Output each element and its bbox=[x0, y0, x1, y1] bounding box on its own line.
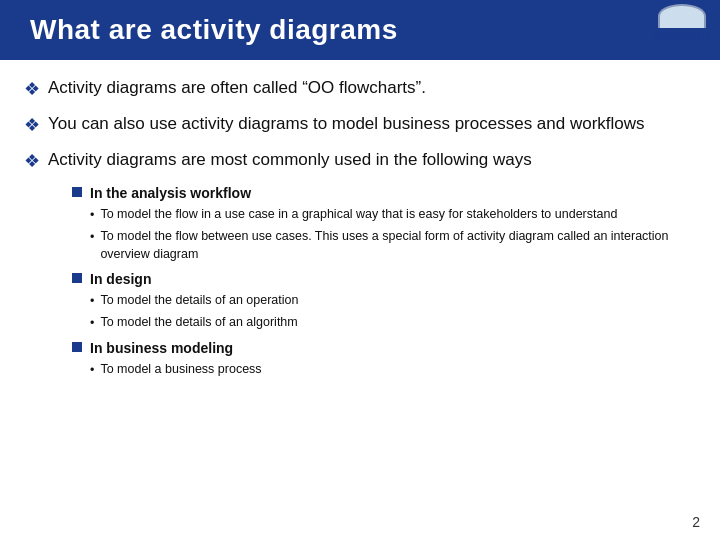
sub-item-text-analysis-1: To model the flow in a use case in a gra… bbox=[100, 205, 692, 223]
sub-item-text-design-1: To model the details of an operation bbox=[100, 291, 692, 309]
sub-item-dot-icon-a1: • bbox=[90, 206, 94, 224]
bullet-text-3: Activity diagrams are most commonly used… bbox=[48, 148, 692, 172]
main-bullet-3: ❖ Activity diagrams are most commonly us… bbox=[24, 148, 692, 174]
sub-item-analysis-1: • To model the flow in a use case in a g… bbox=[90, 205, 692, 224]
sub-label-business: In business modeling bbox=[72, 340, 692, 356]
sub-item-dot-icon-b1: • bbox=[90, 361, 94, 379]
sub-label-text-analysis: In the analysis workflow bbox=[90, 185, 251, 201]
sub-label-text-design: In design bbox=[90, 271, 151, 287]
sub-sections: In the analysis workflow • To model the … bbox=[24, 185, 692, 380]
sub-item-text-business-1: To model a business process bbox=[100, 360, 692, 378]
page-number: 2 bbox=[692, 514, 700, 530]
sub-square-icon-business bbox=[72, 342, 82, 352]
bullet-text-2: You can also use activity diagrams to mo… bbox=[48, 112, 692, 136]
logo-area: SQUARE bbox=[653, 4, 712, 42]
bullet-diamond-icon-1: ❖ bbox=[24, 77, 40, 102]
sub-item-text-design-2: To model the details of an algorithm bbox=[100, 313, 692, 331]
sub-item-dot-icon-d1: • bbox=[90, 292, 94, 310]
main-bullet-1: ❖ Activity diagrams are often called “OO… bbox=[24, 76, 692, 102]
sub-item-design-1: • To model the details of an operation bbox=[90, 291, 692, 310]
sub-label-text-business: In business modeling bbox=[90, 340, 233, 356]
sub-item-dot-icon-d2: • bbox=[90, 314, 94, 332]
sub-section-business: In business modeling • To model a busine… bbox=[72, 340, 692, 379]
logo-circle-icon bbox=[658, 4, 706, 28]
bullet-diamond-icon-2: ❖ bbox=[24, 113, 40, 138]
slide-header: What are activity diagrams SQUARE bbox=[0, 0, 720, 60]
slide-title: What are activity diagrams bbox=[30, 14, 398, 45]
slide-content: ❖ Activity diagrams are often called “OO… bbox=[0, 76, 720, 379]
slide: What are activity diagrams SQUARE ❖ Acti… bbox=[0, 0, 720, 540]
sub-items-analysis: • To model the flow in a use case in a g… bbox=[72, 205, 692, 263]
sub-section-analysis: In the analysis workflow • To model the … bbox=[72, 185, 692, 263]
sub-item-business-1: • To model a business process bbox=[90, 360, 692, 379]
main-bullet-2: ❖ You can also use activity diagrams to … bbox=[24, 112, 692, 138]
sub-label-design: In design bbox=[72, 271, 692, 287]
sub-items-design: • To model the details of an operation •… bbox=[72, 291, 692, 332]
sub-item-dot-icon-a2: • bbox=[90, 228, 94, 246]
bullet-diamond-icon-3: ❖ bbox=[24, 149, 40, 174]
sub-square-icon-analysis bbox=[72, 187, 82, 197]
sub-square-icon-design bbox=[72, 273, 82, 283]
sub-item-text-analysis-2: To model the flow between use cases. Thi… bbox=[100, 227, 692, 263]
sub-item-analysis-2: • To model the flow between use cases. T… bbox=[90, 227, 692, 263]
bullet-text-1: Activity diagrams are often called “OO f… bbox=[48, 76, 692, 100]
sub-items-business: • To model a business process bbox=[72, 360, 692, 379]
sub-label-analysis: In the analysis workflow bbox=[72, 185, 692, 201]
sub-item-design-2: • To model the details of an algorithm bbox=[90, 313, 692, 332]
sub-section-design: In design • To model the details of an o… bbox=[72, 271, 692, 332]
logo-text: SQUARE bbox=[653, 30, 712, 42]
